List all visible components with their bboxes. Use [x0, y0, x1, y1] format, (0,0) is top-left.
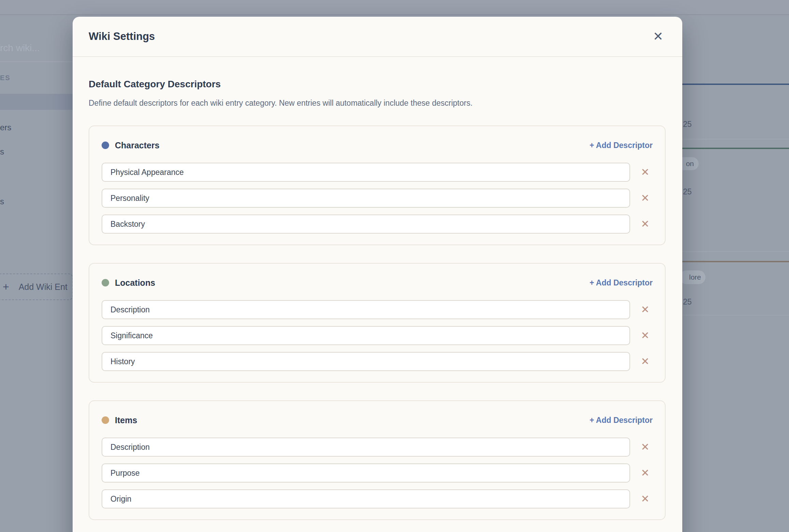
descriptor-row: ✕: [102, 438, 653, 457]
remove-descriptor-button[interactable]: ✕: [638, 165, 653, 180]
background-sidebar: rch wiki... ES ers s s + Add Wiki Ent: [0, 0, 73, 532]
add-descriptor-button[interactable]: + Add Descriptor: [590, 278, 653, 287]
descriptor-row: ✕: [102, 489, 653, 508]
remove-descriptor-icon: ✕: [641, 356, 649, 367]
sidebar-item: s: [0, 197, 4, 206]
descriptor-input[interactable]: [102, 463, 630, 483]
remove-descriptor-button[interactable]: ✕: [638, 354, 653, 369]
section-heading: Default Category Descriptors: [89, 79, 666, 90]
add-wiki-entry-label: Add Wiki Ent: [19, 282, 68, 292]
close-modal-button[interactable]: ✕: [650, 28, 666, 45]
remove-descriptor-icon: ✕: [641, 193, 649, 203]
entry-card-divider: [682, 315, 789, 315]
sidebar-item: ers: [0, 123, 11, 132]
background-entries-panel: 25 on 25 lore 25: [682, 0, 789, 532]
entry-tag-label: lore: [689, 273, 701, 281]
remove-descriptor-icon: ✕: [641, 494, 649, 504]
descriptor-rows: ✕ ✕ ✕: [102, 300, 653, 371]
category-card-locations: Locations + Add Descriptor ✕ ✕: [89, 263, 666, 383]
add-descriptor-button[interactable]: + Add Descriptor: [590, 416, 653, 425]
sidebar-item: s: [0, 147, 4, 157]
descriptor-input[interactable]: [102, 326, 630, 345]
descriptor-row: ✕: [102, 463, 653, 483]
remove-descriptor-icon: ✕: [641, 219, 649, 229]
descriptor-row: ✕: [102, 163, 653, 182]
remove-descriptor-icon: ✕: [641, 468, 649, 478]
entry-date-fragment: 25: [683, 187, 692, 196]
descriptor-input[interactable]: [102, 300, 630, 319]
sidebar-section-label: ES: [0, 74, 11, 82]
sidebar-divider: [0, 61, 73, 62]
modal-title: Wiki Settings: [89, 30, 155, 43]
sidebar-selected-item: [0, 94, 73, 110]
descriptor-input[interactable]: [102, 215, 630, 234]
add-wiki-entry-button: + Add Wiki Ent: [0, 274, 73, 300]
category-color-dot: [102, 416, 109, 424]
entry-date-fragment: 25: [683, 120, 692, 129]
remove-descriptor-icon: ✕: [641, 305, 649, 315]
category-card-characters: Characters + Add Descriptor ✕ ✕: [89, 125, 666, 245]
descriptor-row: ✕: [102, 326, 653, 345]
remove-descriptor-button[interactable]: ✕: [638, 302, 653, 317]
modal-header: Wiki Settings ✕: [73, 17, 682, 57]
section-description: Define default descriptors for each wiki…: [89, 99, 666, 108]
category-name: Characters: [115, 141, 160, 150]
descriptor-row: ✕: [102, 352, 653, 371]
close-icon: ✕: [653, 30, 663, 43]
category-card-header: Items + Add Descriptor: [102, 415, 653, 426]
category-card-items: Items + Add Descriptor ✕ ✕: [89, 400, 666, 520]
entry-date-fragment: 25: [683, 297, 692, 307]
remove-descriptor-icon: ✕: [641, 330, 649, 341]
descriptor-row: ✕: [102, 215, 653, 234]
remove-descriptor-button[interactable]: ✕: [638, 191, 653, 206]
descriptor-input[interactable]: [102, 163, 630, 182]
descriptor-input[interactable]: [102, 489, 630, 508]
entry-card-accent: [682, 148, 789, 149]
category-card-header: Characters + Add Descriptor: [102, 140, 653, 151]
category-color-dot: [102, 142, 109, 149]
remove-descriptor-button[interactable]: ✕: [638, 328, 653, 343]
remove-descriptor-button[interactable]: ✕: [638, 440, 653, 455]
remove-descriptor-icon: ✕: [641, 442, 649, 452]
category-name: Items: [115, 415, 137, 425]
descriptor-input[interactable]: [102, 189, 630, 208]
descriptor-input[interactable]: [102, 352, 630, 371]
descriptor-row: ✕: [102, 300, 653, 319]
category-name: Locations: [115, 278, 155, 288]
entry-tag-badge: lore: [680, 270, 705, 284]
entry-card-divider: [682, 251, 789, 252]
remove-descriptor-button[interactable]: ✕: [638, 217, 653, 232]
wiki-settings-modal: Wiki Settings ✕ Default Category Descrip…: [73, 17, 682, 532]
remove-descriptor-button[interactable]: ✕: [638, 491, 653, 506]
descriptor-rows: ✕ ✕ ✕: [102, 438, 653, 508]
remove-descriptor-icon: ✕: [641, 167, 649, 177]
remove-descriptor-button[interactable]: ✕: [638, 466, 653, 481]
background-topbar: [0, 0, 789, 15]
wiki-app-screen: rch wiki... ES ers s s + Add Wiki Ent 25…: [0, 0, 789, 532]
plus-icon: +: [3, 281, 9, 292]
modal-body: Default Category Descriptors Define defa…: [73, 79, 682, 520]
search-input: rch wiki...: [0, 43, 40, 54]
entry-card-accent: [682, 261, 789, 262]
add-descriptor-button[interactable]: + Add Descriptor: [590, 141, 653, 150]
descriptor-row: ✕: [102, 189, 653, 208]
entry-card-accent: [682, 84, 789, 85]
category-card-header: Locations + Add Descriptor: [102, 277, 653, 288]
entry-card-divider: [682, 139, 789, 139]
entry-tag-label: on: [686, 160, 694, 168]
descriptor-input[interactable]: [102, 438, 630, 457]
category-color-dot: [102, 279, 109, 286]
descriptor-rows: ✕ ✕ ✕: [102, 163, 653, 234]
